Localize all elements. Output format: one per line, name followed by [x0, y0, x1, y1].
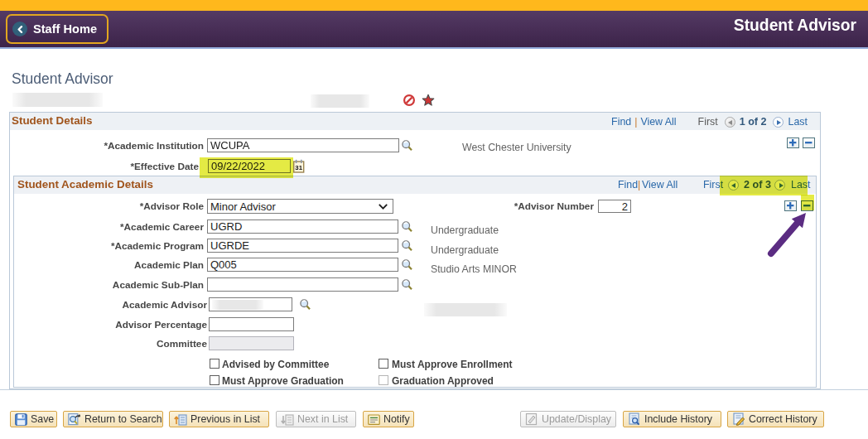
- svg-text:31: 31: [295, 164, 302, 171]
